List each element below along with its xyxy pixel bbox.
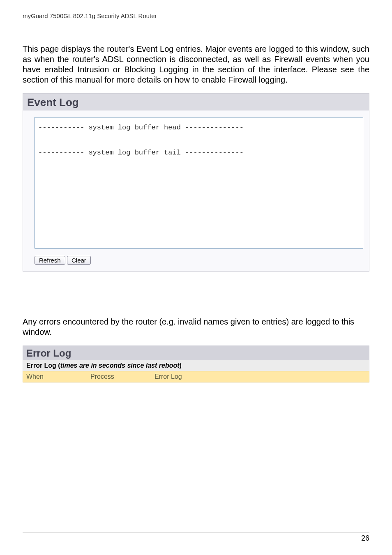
event-log-panel: Event Log Refresh Clear xyxy=(23,93,369,272)
refresh-button[interactable]: Refresh xyxy=(35,256,65,265)
document-header: myGuard 7500GL 802.11g Security ADSL Rou… xyxy=(23,12,369,19)
mid-paragraph: Any errors encountered by the router (e.… xyxy=(23,317,369,337)
event-log-body: Refresh Clear xyxy=(23,111,369,271)
footer-rule xyxy=(23,532,369,532)
error-subtitle-suffix: ) xyxy=(180,362,182,369)
error-subtitle-italic: times are in seconds since last reboot xyxy=(60,362,180,369)
error-col-error: Error Log xyxy=(151,371,369,382)
event-log-title: Event Log xyxy=(23,94,369,111)
event-log-buttons: Refresh Clear xyxy=(35,256,363,265)
error-col-process: Process xyxy=(87,371,151,382)
intro-paragraph: This page displays the router's Event Lo… xyxy=(23,44,369,85)
event-log-textarea[interactable] xyxy=(35,117,363,249)
page-number: 26 xyxy=(361,534,369,543)
error-col-when: When xyxy=(23,371,87,382)
clear-button[interactable]: Clear xyxy=(67,256,91,265)
error-log-title: Error Log xyxy=(23,345,369,360)
error-log-subtitle: Error Log (times are in seconds since la… xyxy=(23,360,369,371)
error-log-columns: When Process Error Log xyxy=(23,371,369,382)
error-log-panel: Error Log Error Log (times are in second… xyxy=(23,345,369,382)
error-subtitle-prefix: Error Log ( xyxy=(26,362,60,369)
